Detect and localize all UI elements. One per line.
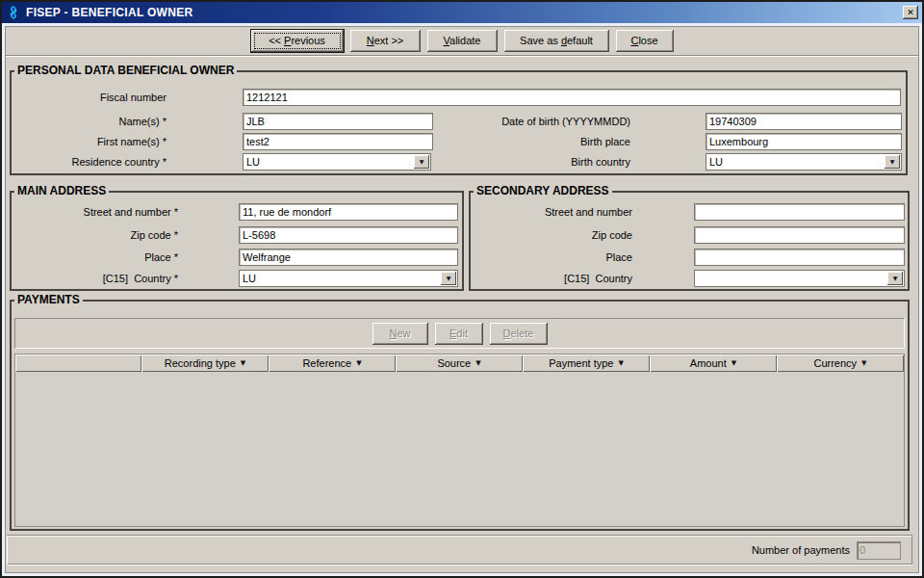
- main-address-group: MAIN ADDRESS Street and number * Zip cod…: [10, 191, 464, 291]
- column-header-label: Source: [437, 357, 471, 369]
- client-area: << Previous Next >> Validate Save as def…: [5, 26, 919, 573]
- secondary-street-input[interactable]: [694, 203, 905, 221]
- payments-toolbar: New Edit Delete: [14, 318, 905, 349]
- main-place-input[interactable]: [239, 249, 458, 266]
- group-title: PERSONAL DATA BENEFICIAL OWNER: [14, 64, 237, 77]
- main-street-input[interactable]: [239, 203, 458, 221]
- birth-place-input[interactable]: [706, 133, 902, 150]
- label-pre: <<: [269, 35, 284, 46]
- sort-arrow-icon[interactable]: ▼: [475, 360, 480, 367]
- secondary-address-group: SECONDARY ADDRESS Street and number Zip …: [469, 191, 910, 291]
- close-window-button[interactable]: ✕: [903, 6, 918, 19]
- first-names-label: First name(s) *: [13, 133, 167, 150]
- label-post: elete: [511, 328, 534, 339]
- label-post: revious: [291, 35, 324, 46]
- number-of-payments-label: Number of payments: [752, 544, 850, 556]
- title-bar[interactable]: FISEP - BENEFICIAL OWNER ✕: [2, 2, 922, 23]
- column-header-label: Recording type: [165, 357, 236, 369]
- label-post: ext >>: [374, 35, 404, 46]
- dropdown-arrow-icon[interactable]: ▼: [441, 272, 456, 285]
- column-header-currency[interactable]: Currency ▼: [777, 355, 904, 372]
- sort-arrow-icon[interactable]: ▼: [241, 360, 245, 367]
- label-post: alidate: [449, 35, 480, 46]
- main-country-label: [C15] Country *: [13, 270, 178, 287]
- column-header-source[interactable]: Source ▼: [396, 355, 523, 372]
- window-title: FISEP - BENEFICIAL OWNER: [26, 6, 903, 19]
- column-header-label: Currency: [813, 357, 857, 369]
- toolbar-separator: [6, 55, 918, 57]
- label-mnemonic: N: [367, 35, 374, 46]
- group-title: MAIN ADDRESS: [14, 184, 109, 197]
- previous-button[interactable]: << Previous: [251, 30, 344, 52]
- birth-country-select[interactable]: LU ▼: [706, 153, 902, 171]
- close-icon: ✕: [907, 9, 914, 17]
- fiscal-number-label: Fiscal number: [13, 89, 167, 106]
- label-post: lose: [638, 35, 657, 46]
- label-mnemonic: D: [503, 328, 511, 339]
- column-header-selector: [15, 355, 141, 372]
- close-button-label: Close: [630, 35, 657, 46]
- column-header-recording-type[interactable]: Recording type ▼: [141, 355, 269, 372]
- column-header-label: Amount: [690, 357, 727, 369]
- fiscal-number-input[interactable]: [243, 89, 901, 106]
- column-header-amount[interactable]: Amount ▼: [650, 355, 777, 372]
- personal-data-group: PERSONAL DATA BENEFICIAL OWNER Fiscal nu…: [10, 70, 908, 175]
- payments-table-header: Recording type ▼ Reference ▼ Source ▼ Pa…: [15, 355, 904, 372]
- secondary-zip-label: Zip code: [473, 226, 632, 244]
- action-button-bar: << Previous Next >> Validate Save as def…: [5, 28, 919, 53]
- birth-country-value: LU: [709, 154, 723, 170]
- save-as-default-button-label: Save as default: [520, 35, 593, 46]
- birth-place-label: Birth place: [462, 133, 630, 150]
- column-header-payment-type[interactable]: Payment type ▼: [523, 355, 650, 372]
- residence-country-value: LU: [246, 154, 260, 170]
- label-post: ew: [397, 328, 410, 339]
- payments-table: Recording type ▼ Reference ▼ Source ▼ Pa…: [14, 354, 905, 527]
- delete-payment-button[interactable]: Delete: [490, 323, 548, 345]
- number-of-payments-field: [857, 541, 901, 560]
- birth-country-label: Birth country: [462, 153, 630, 171]
- delete-button-label: Delete: [503, 328, 534, 339]
- app-icon: [6, 5, 21, 20]
- save-as-default-button[interactable]: Save as default: [504, 30, 609, 52]
- main-zip-input[interactable]: [239, 226, 458, 244]
- next-button[interactable]: Next >>: [350, 30, 421, 52]
- close-button[interactable]: Close: [616, 30, 674, 52]
- main-place-label: Place *: [13, 249, 178, 266]
- sort-arrow-icon[interactable]: ▼: [861, 360, 866, 367]
- edit-payment-button[interactable]: Edit: [435, 323, 483, 345]
- validate-button[interactable]: Validate: [427, 30, 498, 52]
- sort-arrow-icon[interactable]: ▼: [618, 360, 623, 367]
- new-button-label: New: [389, 328, 410, 339]
- residence-country-label: Residence country *: [13, 153, 167, 171]
- payments-group: PAYMENTS New Edit Delete R: [10, 300, 910, 531]
- footer-status-bar: Number of payments: [7, 536, 912, 565]
- date-of-birth-label: Date of birth (YYYYMMDD): [462, 113, 630, 130]
- column-header-label: Payment type: [549, 357, 613, 369]
- sort-arrow-icon[interactable]: ▼: [732, 360, 736, 367]
- main-country-select[interactable]: LU ▼: [239, 270, 458, 287]
- dropdown-arrow-icon[interactable]: ▼: [414, 155, 429, 169]
- main-country-value: LU: [243, 271, 256, 286]
- names-input[interactable]: [243, 113, 433, 130]
- dropdown-arrow-icon[interactable]: ▼: [885, 155, 900, 169]
- client-frame: << Previous Next >> Validate Save as def…: [2, 23, 922, 576]
- first-names-input[interactable]: [243, 133, 433, 150]
- residence-country-select[interactable]: LU ▼: [243, 153, 431, 171]
- secondary-country-select[interactable]: ▼: [694, 270, 905, 287]
- secondary-country-label: [C15] Country: [473, 270, 632, 287]
- column-header-label: Reference: [302, 357, 351, 369]
- column-header-reference[interactable]: Reference ▼: [269, 355, 396, 372]
- sort-arrow-icon[interactable]: ▼: [356, 360, 361, 367]
- date-of-birth-input[interactable]: [706, 113, 902, 130]
- main-street-label: Street and number *: [13, 203, 178, 221]
- next-button-label: Next >>: [367, 35, 404, 46]
- main-zip-label: Zip code *: [13, 226, 178, 244]
- edit-button-label: Edit: [449, 328, 468, 339]
- secondary-zip-input[interactable]: [694, 226, 905, 244]
- group-title: PAYMENTS: [14, 293, 83, 306]
- secondary-place-label: Place: [473, 249, 632, 266]
- secondary-place-input[interactable]: [694, 249, 905, 266]
- new-payment-button[interactable]: New: [372, 323, 428, 345]
- label-pre: Save as: [520, 35, 561, 46]
- dropdown-arrow-icon[interactable]: ▼: [887, 272, 903, 285]
